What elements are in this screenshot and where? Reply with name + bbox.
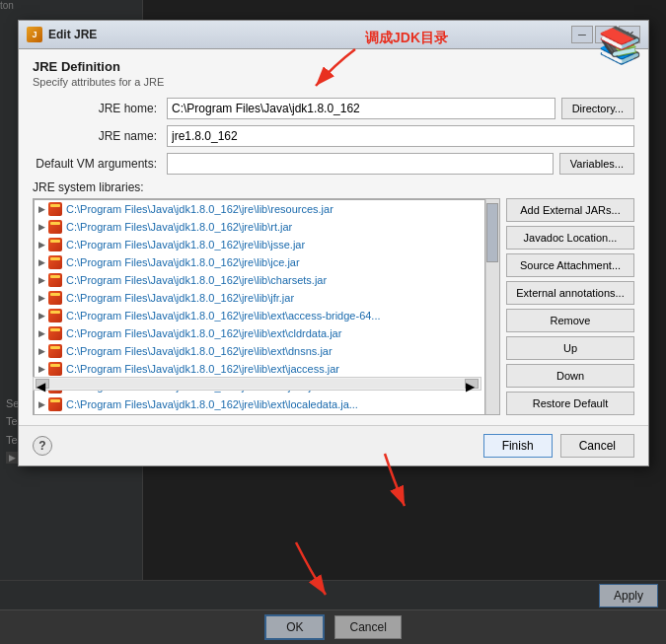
section-subtitle: Specify attributes for a JRE: [33, 76, 634, 88]
minimize-button[interactable]: ─: [571, 26, 593, 43]
jar-icon: [48, 309, 62, 322]
list-item[interactable]: ▶ C:\Program Files\Java\jdk1.8.0_162\jre…: [35, 253, 484, 271]
jar-icon: [48, 291, 62, 305]
down-button[interactable]: Down: [506, 364, 634, 388]
libraries-container: ▶ C:\Program Files\Java\jdk1.8.0_162\jre…: [33, 198, 634, 415]
hscroll-left-btn[interactable]: ◀: [36, 379, 49, 389]
cancel-button[interactable]: Cancel: [560, 434, 634, 458]
jar-icon: [48, 220, 62, 234]
list-item[interactable]: ▶ C:\Program Files\Java\jdk1.8.0_162\jre…: [35, 342, 484, 360]
list-item[interactable]: ▶ C:\Program Files\Java\jdk1.8.0_162\jre…: [35, 307, 484, 324]
book-icon: 📚: [598, 28, 642, 63]
list-item[interactable]: ▶ C:\Program Files\Java\jdk1.8.0_162\jre…: [35, 271, 484, 289]
default-vm-label: Default VM arguments:: [33, 157, 161, 171]
jre-home-input[interactable]: [167, 98, 555, 119]
jar-icon: [48, 326, 62, 340]
lib-path: C:\Program Files\Java\jdk1.8.0_162\jre\l…: [66, 363, 339, 375]
lib-path: C:\Program Files\Java\jdk1.8.0_162\jre\l…: [66, 203, 333, 215]
dialog-titlebar: J Edit JRE ─ □ ✕: [19, 21, 648, 49]
list-item[interactable]: ▶ C:\Program Files\Java\jdk1.8.0_162\jre…: [35, 324, 484, 342]
expand-arrow: ▶: [38, 257, 45, 267]
finish-button[interactable]: Finish: [483, 434, 553, 458]
jar-icon: [48, 273, 62, 287]
expand-arrow: ▶: [38, 240, 45, 250]
expand-arrow: ▶: [38, 346, 45, 356]
list-scrollbar[interactable]: [485, 199, 499, 414]
jar-icon: [48, 255, 62, 269]
dialog-title-left: J Edit JRE: [27, 27, 97, 42]
edit-jre-dialog: J Edit JRE ─ □ ✕ JRE Definition Specify …: [18, 20, 649, 466]
expand-arrow: ▶: [38, 399, 45, 409]
variables-button[interactable]: Variables...: [559, 153, 634, 175]
help-button[interactable]: ?: [33, 436, 52, 456]
lib-path: C:\Program Files\Java\jdk1.8.0_162\jre\l…: [66, 398, 358, 410]
jre-name-input[interactable]: [167, 125, 634, 147]
expand-arrow: ▶: [38, 311, 45, 321]
default-vm-row: Default VM arguments: Variables...: [33, 153, 634, 175]
up-button[interactable]: Up: [506, 336, 634, 360]
javadoc-location-button[interactable]: Javadoc Location...: [506, 226, 634, 250]
expand-arrow: ▶: [38, 204, 45, 214]
jre-home-label: JRE home:: [33, 102, 161, 115]
libraries-label: JRE system libraries:: [33, 180, 634, 194]
restore-default-button[interactable]: Restore Default: [506, 392, 634, 415]
lib-path: C:\Program Files\Java\jdk1.8.0_162\jre\l…: [66, 345, 333, 357]
hscroll-right-btn[interactable]: ▶: [465, 379, 479, 389]
source-attachment-button[interactable]: Source Attachment...: [506, 253, 634, 277]
dialog-body: JRE Definition Specify attributes for a …: [19, 49, 648, 425]
expand-arrow: ▶: [38, 364, 45, 374]
lib-path: C:\Program Files\Java\jdk1.8.0_162\jre\l…: [66, 327, 341, 339]
dialog-title-text: Edit JRE: [48, 28, 97, 41]
expand-arrow: ▶: [38, 328, 45, 338]
jar-icon: [48, 344, 62, 358]
footer-left: ?: [33, 436, 476, 456]
jar-icon: [48, 397, 62, 411]
list-item[interactable]: ▶ C:\Program Files\Java\jdk1.8.0_162\jre…: [35, 218, 484, 236]
lib-path: C:\Program Files\Java\jdk1.8.0_162\jre\l…: [66, 221, 292, 233]
dialog-title-icon: J: [27, 27, 42, 42]
section-title: JRE Definition: [33, 59, 634, 74]
lib-path: C:\Program Files\Java\jdk1.8.0_162\jre\l…: [66, 310, 381, 322]
default-vm-input[interactable]: [167, 153, 554, 175]
lib-path: C:\Program Files\Java\jdk1.8.0_162\jre\l…: [66, 292, 294, 304]
hscroll-track: [49, 379, 465, 389]
directory-button[interactable]: Directory...: [561, 98, 634, 119]
dialog-footer: ? Finish Cancel: [19, 425, 648, 465]
jre-name-row: JRE name:: [33, 125, 634, 147]
jre-home-row: JRE home: Directory...: [33, 98, 634, 119]
jre-name-label: JRE name:: [33, 129, 161, 143]
lib-path: C:\Program Files\Java\jdk1.8.0_162\jre\l…: [66, 274, 327, 286]
expand-arrow: ▶: [38, 222, 45, 232]
jar-icon: [48, 362, 62, 376]
expand-arrow: ▶: [38, 293, 45, 303]
list-item[interactable]: ▶ C:\Program Files\Java\jdk1.8.0_162\jre…: [35, 289, 484, 307]
list-item[interactable]: ▶ C:\Program Files\Java\jdk1.8.0_162\jre…: [35, 236, 484, 253]
scrollbar-thumb[interactable]: [486, 203, 498, 262]
horizontal-scrollbar[interactable]: ◀ ▶: [33, 377, 481, 391]
external-annotations-button[interactable]: External annotations...: [506, 281, 634, 305]
list-item[interactable]: ▶ C:\Program Files\Java\jdk1.8.0_162\jre…: [35, 200, 484, 218]
expand-arrow: ▶: [38, 275, 45, 285]
jar-icon: [48, 238, 62, 251]
lib-path: C:\Program Files\Java\jdk1.8.0_162\jre\l…: [66, 256, 300, 268]
add-external-jars-button[interactable]: Add External JARs...: [506, 198, 634, 222]
side-buttons: Add External JARs... Javadoc Location...…: [506, 198, 634, 415]
remove-button[interactable]: Remove: [506, 309, 634, 332]
jar-icon: [48, 202, 62, 216]
list-item[interactable]: ▶ C:\Program Files\Java\jdk1.8.0_162\jre…: [35, 395, 484, 413]
lib-path: C:\Program Files\Java\jdk1.8.0_162\jre\l…: [66, 239, 305, 250]
list-item[interactable]: ▶ C:\Program Files\Java\jdk1.8.0_162\jre…: [35, 360, 484, 378]
